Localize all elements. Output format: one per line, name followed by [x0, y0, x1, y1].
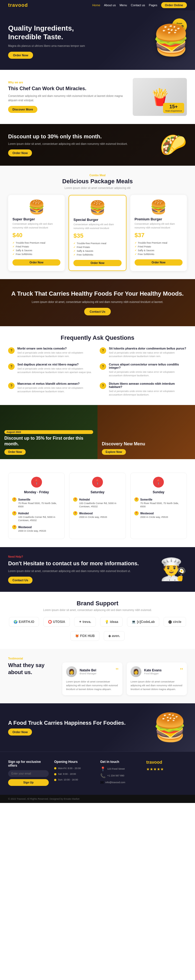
- package-desc-2: Consectetuer adipiscing elit sed diam no…: [134, 222, 182, 229]
- footer-hours-1: Sat: 9:00 - 18:00: [54, 772, 95, 776]
- faq-q-3: Cursus aliquet consectetur ornare tellus…: [109, 363, 187, 369]
- faq-icon-4: ?: [8, 382, 14, 389]
- footer-subscribe-btn[interactable]: Sign Up: [8, 779, 49, 786]
- packages-title: Delicious Package Meals: [8, 178, 187, 185]
- package-btn-1[interactable]: Order Now: [74, 260, 121, 266]
- loc-addr: 2000 in Circle way, #5533: [79, 515, 107, 519]
- nav-about[interactable]: About us: [104, 3, 116, 7]
- loc-name: Somerille: [18, 498, 30, 501]
- package-btn-0[interactable]: Order Now: [13, 259, 61, 266]
- loc-name: Westwood: [140, 512, 154, 515]
- why-us-text: Why we are This Chef Can Work Out Miracl…: [8, 81, 127, 113]
- faq-a-2: Sed ut perspiciatis unde omnis iste natu…: [18, 367, 95, 374]
- faq-a-4: Sed ut perspiciatis unde omnis iste natu…: [18, 386, 95, 394]
- footer-banner-btn[interactable]: Order Now: [8, 729, 32, 735]
- loc-text: Somerille 75 River Road 5500, 75 North S…: [18, 497, 61, 508]
- footer-col-brand: travood ★★★★★: [146, 760, 187, 787]
- package-btn-2[interactable]: Order Now: [134, 259, 182, 266]
- nav-home[interactable]: Home: [92, 3, 100, 7]
- hours-grid: 📍 Monday - Friday 📍 Somerille 75 River R…: [8, 473, 187, 539]
- faq-a-0: Sed ut perspiciatis unde omnis iste natu…: [18, 351, 95, 358]
- faq-a-3: Sed ut perspiciatis unde omnis iste natu…: [109, 370, 187, 378]
- testimonial-header-1: 👩 Kate Evans Food Blogger: [131, 666, 180, 677]
- footer-subscribe-title: Sign up for exclusive offers: [8, 760, 49, 767]
- feature-item: Fried Potato: [134, 245, 182, 248]
- package-features-0: Trouble-free Premium meal Fried Potato S…: [13, 241, 61, 256]
- location-0-1: 📍 Holmdel 100 Crawfords Corner Rd, 5000 …: [12, 511, 61, 522]
- location-0-0: 📍 Somerille 75 River Road 5500, 75 North…: [12, 497, 61, 508]
- brand-2: ✦ treva.: [74, 617, 96, 627]
- brand-0: 🌍 EARTH.IO: [9, 617, 39, 627]
- footer-email-input[interactable]: [8, 770, 49, 777]
- email-icon: ✉: [100, 780, 104, 785]
- promo-btn-2[interactable]: Explore Now: [102, 449, 126, 455]
- brand-6: 🦊 FOX HUB: [70, 631, 99, 641]
- brand-label: treva.: [83, 620, 91, 624]
- promo-title-2: Discovery New Menu: [102, 441, 191, 447]
- location-2-0: 📍 Somerille 75 River Road 5500, 75 North…: [134, 497, 183, 508]
- nav-order-btn[interactable]: Order Online: [161, 2, 187, 8]
- nav-contact[interactable]: Contact us: [131, 3, 145, 7]
- testimonial-card-1: " 👩 Kate Evans Food Blogger Lorem ipsum …: [127, 662, 187, 695]
- loc-addr: 100 Crawfords Corner Rd, 5000 in Corntow…: [18, 515, 61, 522]
- testimonial-name-1: Kate Evans: [144, 668, 162, 672]
- discount-text: Discount up to 30% only this month. Lore…: [8, 134, 154, 156]
- footer-main: Sign up for exclusive offers Sign Up Ope…: [0, 751, 195, 795]
- brand-label: EARTH.IO: [19, 620, 34, 624]
- package-img-1: 🍔: [74, 200, 121, 215]
- promo-btn-1[interactable]: Order Now: [4, 449, 26, 455]
- footer-contact-1: 📞 +1 234 567 890: [100, 773, 141, 778]
- loc-icon: 📍: [134, 511, 139, 515]
- nav-menu[interactable]: Menu: [120, 3, 127, 7]
- healthy-title: A Truck That Carries Healthy Foods For Y…: [8, 290, 187, 298]
- brand-1: ⭕ UTOSIA: [43, 617, 70, 627]
- package-features-1: Trouble-free Premium meal Fried Potato S…: [74, 242, 121, 257]
- faq-q-1: Sit lobortis pharetra dolor condimentum …: [109, 347, 187, 350]
- loc-text: Westwood 2000 in Circle way, #5533: [79, 511, 107, 519]
- brand-3: 💡 ideaa: [100, 617, 123, 627]
- loc-addr: 2000 in Circle way, #5533: [140, 515, 168, 519]
- why-us-desc: Consectetuer adipiscing elit sed diam no…: [8, 94, 127, 103]
- testimonial-card-0: " 👩 Natalie Bel Brand Manager Lorem ipsu…: [62, 662, 122, 695]
- feature-item: Free Softdrinks: [74, 253, 121, 257]
- hour-card-0: 📍 Monday - Friday 📍 Somerille 75 River R…: [8, 473, 65, 539]
- feature-item: Salfy & Sauces: [13, 248, 61, 252]
- footer-hours-title: Opening Hours: [54, 760, 95, 764]
- hours-section: 📍 Monday - Friday 📍 Somerille 75 River R…: [0, 459, 195, 547]
- why-us-title: This Chef Can Work Out Miracles.: [8, 86, 127, 92]
- location-1-1: 📍 Westwood 2000 in Circle way, #5533: [73, 511, 121, 519]
- brand-5: ⬤ circle: [164, 617, 186, 627]
- nav-pages[interactable]: Pages: [149, 3, 157, 7]
- discount-title: Discount up to 30% only this month.: [8, 134, 154, 140]
- package-card-2: 🍔 Premium Burger Consectetuer adipiscing…: [130, 195, 187, 271]
- nav-logo: travood: [8, 2, 28, 8]
- brand-4: 💻 [c]CodeLab: [127, 617, 159, 627]
- contact-cta-section: Need Help? Don't Hesitate to contact us …: [0, 547, 195, 592]
- testimonial-name-0: Natalie Bel: [80, 668, 96, 672]
- contact-cta-btn[interactable]: Contact Us: [8, 577, 32, 584]
- why-us-btn[interactable]: Discover More: [8, 106, 37, 113]
- loc-addr: 2000 in Circle way, #5533: [18, 529, 46, 533]
- brands-sub: Lorem ipsum dolor sit amet, consectetuer…: [8, 609, 187, 612]
- faq-section: Frequently Ask Questions ? Morbi ornare …: [0, 326, 195, 405]
- brand-label: ideaa: [110, 620, 118, 624]
- contact-phone: +1 234 567 890: [107, 774, 124, 778]
- testimonial-role-0: Brand Manager: [80, 672, 96, 675]
- hour-icon-1: 📍: [92, 477, 103, 488]
- faq-item-4: ? Maecenas et metus blandit ultrices aen…: [8, 382, 95, 397]
- contact-email: info@travood.com: [105, 781, 125, 784]
- healthy-btn[interactable]: Contact Us: [84, 308, 111, 315]
- hours-dot: [54, 773, 56, 775]
- testimonials-section: Testimonial What they say about us. " 👩 …: [0, 649, 195, 703]
- packages-section: Combo Meal Delicious Package Meals Lorem…: [0, 166, 195, 279]
- why-us-label: Why we are: [8, 81, 127, 84]
- loc-name: Somerille: [140, 498, 152, 501]
- footer-contact-0: 📍 123 Food Street: [100, 767, 141, 772]
- location-0-2: 📍 Westwood 2000 in Circle way, #5533: [12, 524, 61, 533]
- discount-btn[interactable]: Order Now: [8, 150, 32, 156]
- hero-order-btn[interactable]: Order Now: [8, 52, 33, 59]
- package-price-2: $37: [134, 232, 182, 239]
- faq-item-3: ? Cursus aliquet consectetur ornare tell…: [100, 363, 187, 378]
- contact-addr: 123 Food Street: [107, 767, 125, 771]
- hour-day-0: Monday - Friday: [12, 490, 61, 494]
